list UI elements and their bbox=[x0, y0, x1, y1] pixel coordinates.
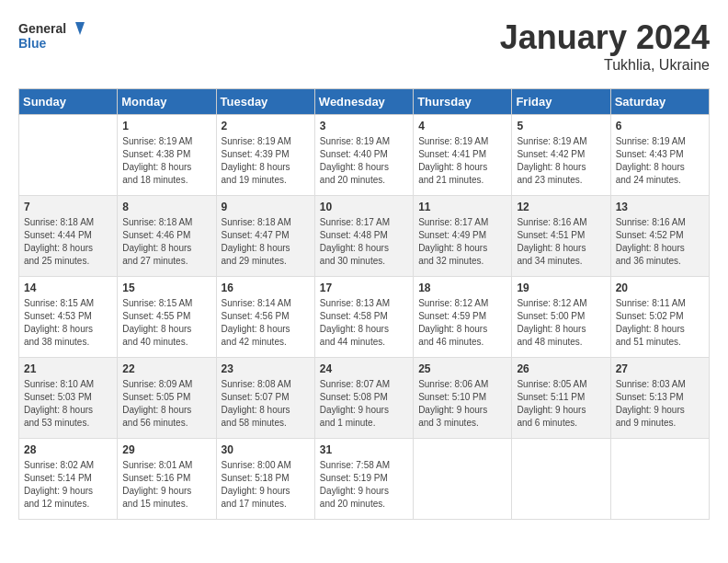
day-number: 6 bbox=[616, 120, 704, 132]
calendar-cell bbox=[512, 439, 610, 520]
calendar-cell: 2Sunrise: 8:19 AM Sunset: 4:39 PM Daylig… bbox=[216, 115, 314, 196]
location-subtitle: Tukhlia, Ukraine bbox=[500, 57, 710, 74]
weekday-header-sunday: Sunday bbox=[19, 89, 118, 115]
calendar-cell: 1Sunrise: 8:19 AM Sunset: 4:38 PM Daylig… bbox=[118, 115, 216, 196]
day-number: 5 bbox=[517, 120, 605, 132]
logo-icon: GeneralBlue bbox=[18, 18, 92, 52]
day-info: Sunrise: 8:18 AM Sunset: 4:44 PM Dayligh… bbox=[24, 216, 112, 268]
day-number: 22 bbox=[122, 362, 210, 375]
day-info: Sunrise: 8:16 AM Sunset: 4:52 PM Dayligh… bbox=[616, 216, 704, 268]
day-number: 9 bbox=[222, 201, 310, 213]
day-number: 17 bbox=[320, 282, 408, 294]
calendar-cell: 15Sunrise: 8:15 AM Sunset: 4:55 PM Dayli… bbox=[118, 277, 216, 358]
calendar-cell: 11Sunrise: 8:17 AM Sunset: 4:49 PM Dayli… bbox=[414, 196, 512, 277]
day-info: Sunrise: 8:15 AM Sunset: 4:55 PM Dayligh… bbox=[122, 297, 210, 349]
svg-marker-2 bbox=[75, 22, 85, 35]
logo: GeneralBlue bbox=[18, 18, 92, 52]
calendar-table: SundayMondayTuesdayWednesdayThursdayFrid… bbox=[18, 88, 710, 520]
day-info: Sunrise: 8:16 AM Sunset: 4:51 PM Dayligh… bbox=[517, 216, 605, 268]
calendar-cell: 9Sunrise: 8:18 AM Sunset: 4:47 PM Daylig… bbox=[216, 196, 314, 277]
day-number: 15 bbox=[122, 282, 210, 294]
calendar-cell: 10Sunrise: 8:17 AM Sunset: 4:48 PM Dayli… bbox=[314, 196, 413, 277]
day-number: 12 bbox=[517, 201, 605, 213]
calendar-cell: 8Sunrise: 8:18 AM Sunset: 4:46 PM Daylig… bbox=[118, 196, 216, 277]
day-number: 7 bbox=[24, 201, 112, 213]
day-info: Sunrise: 8:10 AM Sunset: 5:03 PM Dayligh… bbox=[24, 378, 112, 430]
weekday-header-wednesday: Wednesday bbox=[314, 89, 413, 115]
calendar-cell: 14Sunrise: 8:15 AM Sunset: 4:53 PM Dayli… bbox=[19, 277, 118, 358]
calendar-cell bbox=[610, 439, 709, 520]
calendar-cell: 30Sunrise: 8:00 AM Sunset: 5:18 PM Dayli… bbox=[216, 439, 314, 520]
day-number: 11 bbox=[418, 201, 506, 213]
day-number: 2 bbox=[222, 120, 310, 132]
calendar-cell: 29Sunrise: 8:01 AM Sunset: 5:16 PM Dayli… bbox=[118, 439, 216, 520]
day-info: Sunrise: 8:02 AM Sunset: 5:14 PM Dayligh… bbox=[24, 459, 112, 511]
calendar-cell: 23Sunrise: 8:08 AM Sunset: 5:07 PM Dayli… bbox=[216, 358, 314, 439]
calendar-cell: 17Sunrise: 8:13 AM Sunset: 4:58 PM Dayli… bbox=[314, 277, 413, 358]
day-info: Sunrise: 8:15 AM Sunset: 4:53 PM Dayligh… bbox=[24, 297, 112, 349]
day-info: Sunrise: 8:12 AM Sunset: 4:59 PM Dayligh… bbox=[418, 297, 506, 349]
day-info: Sunrise: 8:08 AM Sunset: 5:07 PM Dayligh… bbox=[222, 378, 310, 430]
calendar-cell bbox=[414, 439, 512, 520]
day-number: 19 bbox=[517, 282, 605, 294]
calendar-cell: 24Sunrise: 8:07 AM Sunset: 5:08 PM Dayli… bbox=[314, 358, 413, 439]
day-number: 14 bbox=[24, 282, 112, 294]
day-info: Sunrise: 8:14 AM Sunset: 4:56 PM Dayligh… bbox=[222, 297, 310, 349]
weekday-header-tuesday: Tuesday bbox=[216, 89, 314, 115]
svg-text:General: General bbox=[18, 21, 66, 36]
day-info: Sunrise: 8:19 AM Sunset: 4:38 PM Dayligh… bbox=[122, 135, 210, 187]
weekday-header-thursday: Thursday bbox=[414, 89, 512, 115]
day-info: Sunrise: 8:06 AM Sunset: 5:10 PM Dayligh… bbox=[418, 378, 506, 430]
day-number: 10 bbox=[320, 201, 408, 213]
day-info: Sunrise: 8:00 AM Sunset: 5:18 PM Dayligh… bbox=[222, 459, 310, 511]
day-info: Sunrise: 8:18 AM Sunset: 4:47 PM Dayligh… bbox=[222, 216, 310, 268]
calendar-cell: 7Sunrise: 8:18 AM Sunset: 4:44 PM Daylig… bbox=[19, 196, 118, 277]
svg-text:Blue: Blue bbox=[18, 36, 47, 51]
day-info: Sunrise: 8:17 AM Sunset: 4:49 PM Dayligh… bbox=[418, 216, 506, 268]
day-number: 30 bbox=[222, 443, 310, 456]
day-number: 3 bbox=[320, 120, 408, 132]
day-number: 23 bbox=[222, 362, 310, 375]
day-number: 4 bbox=[418, 120, 506, 132]
day-info: Sunrise: 8:19 AM Sunset: 4:41 PM Dayligh… bbox=[418, 135, 506, 187]
day-number: 1 bbox=[122, 120, 210, 132]
day-info: Sunrise: 8:13 AM Sunset: 4:58 PM Dayligh… bbox=[320, 297, 408, 349]
calendar-cell: 26Sunrise: 8:05 AM Sunset: 5:11 PM Dayli… bbox=[512, 358, 610, 439]
day-info: Sunrise: 8:07 AM Sunset: 5:08 PM Dayligh… bbox=[320, 378, 408, 430]
day-info: Sunrise: 8:19 AM Sunset: 4:42 PM Dayligh… bbox=[517, 135, 605, 187]
day-number: 25 bbox=[418, 362, 506, 375]
calendar-cell: 28Sunrise: 8:02 AM Sunset: 5:14 PM Dayli… bbox=[19, 439, 118, 520]
calendar-cell: 6Sunrise: 8:19 AM Sunset: 4:43 PM Daylig… bbox=[610, 115, 709, 196]
day-info: Sunrise: 8:12 AM Sunset: 5:00 PM Dayligh… bbox=[517, 297, 605, 349]
day-info: Sunrise: 8:03 AM Sunset: 5:13 PM Dayligh… bbox=[616, 378, 704, 430]
day-info: Sunrise: 8:18 AM Sunset: 4:46 PM Dayligh… bbox=[122, 216, 210, 268]
calendar-cell: 13Sunrise: 8:16 AM Sunset: 4:52 PM Dayli… bbox=[610, 196, 709, 277]
calendar-cell bbox=[19, 115, 118, 196]
calendar-cell: 12Sunrise: 8:16 AM Sunset: 4:51 PM Dayli… bbox=[512, 196, 610, 277]
calendar-cell: 16Sunrise: 8:14 AM Sunset: 4:56 PM Dayli… bbox=[216, 277, 314, 358]
day-number: 29 bbox=[122, 443, 210, 456]
day-number: 21 bbox=[24, 362, 112, 375]
day-number: 16 bbox=[222, 282, 310, 294]
weekday-header-friday: Friday bbox=[512, 89, 610, 115]
month-year-title: January 2024 bbox=[500, 18, 710, 57]
day-info: Sunrise: 8:19 AM Sunset: 4:43 PM Dayligh… bbox=[616, 135, 704, 187]
calendar-cell: 25Sunrise: 8:06 AM Sunset: 5:10 PM Dayli… bbox=[414, 358, 512, 439]
title-block: January 2024 Tukhlia, Ukraine bbox=[500, 18, 710, 74]
weekday-header-saturday: Saturday bbox=[610, 89, 709, 115]
calendar-cell: 31Sunrise: 7:58 AM Sunset: 5:19 PM Dayli… bbox=[314, 439, 413, 520]
calendar-cell: 3Sunrise: 8:19 AM Sunset: 4:40 PM Daylig… bbox=[314, 115, 413, 196]
day-number: 28 bbox=[24, 443, 112, 456]
day-number: 24 bbox=[320, 362, 408, 375]
day-info: Sunrise: 8:19 AM Sunset: 4:40 PM Dayligh… bbox=[320, 135, 408, 187]
day-info: Sunrise: 8:17 AM Sunset: 4:48 PM Dayligh… bbox=[320, 216, 408, 268]
calendar-cell: 22Sunrise: 8:09 AM Sunset: 5:05 PM Dayli… bbox=[118, 358, 216, 439]
day-info: Sunrise: 8:19 AM Sunset: 4:39 PM Dayligh… bbox=[222, 135, 310, 187]
day-info: Sunrise: 7:58 AM Sunset: 5:19 PM Dayligh… bbox=[320, 459, 408, 511]
day-number: 13 bbox=[616, 201, 704, 213]
calendar-cell: 27Sunrise: 8:03 AM Sunset: 5:13 PM Dayli… bbox=[610, 358, 709, 439]
day-info: Sunrise: 8:11 AM Sunset: 5:02 PM Dayligh… bbox=[616, 297, 704, 349]
day-number: 31 bbox=[320, 443, 408, 456]
calendar-cell: 5Sunrise: 8:19 AM Sunset: 4:42 PM Daylig… bbox=[512, 115, 610, 196]
day-number: 26 bbox=[517, 362, 605, 375]
